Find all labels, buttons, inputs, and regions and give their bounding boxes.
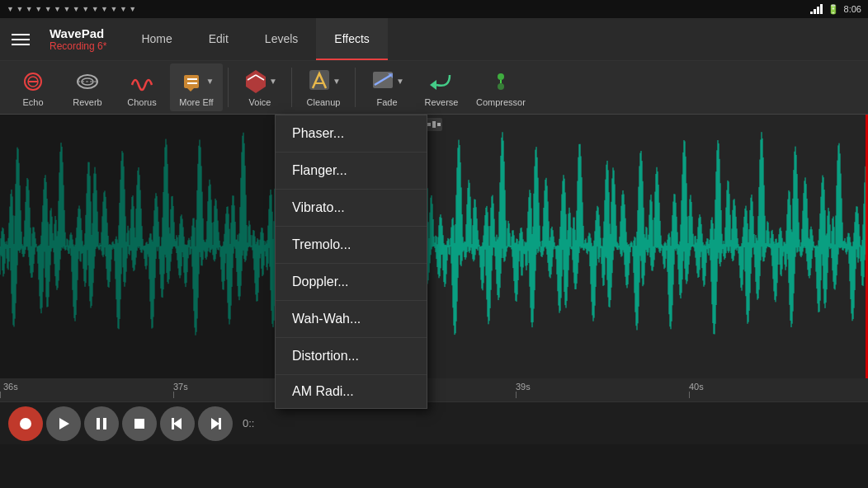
svg-rect-33	[219, 418, 221, 429]
voice-button[interactable]: ▼ Voice	[234, 63, 286, 111]
prev-button[interactable]	[160, 406, 195, 441]
chorus-icon	[129, 68, 155, 95]
svg-point-19	[498, 73, 504, 80]
tab-edit[interactable]: Edit	[191, 18, 247, 60]
compressor-button[interactable]: Compressor	[469, 63, 532, 111]
wifi-icon	[810, 4, 823, 14]
voice-icon	[243, 68, 269, 95]
svg-rect-29	[134, 419, 144, 429]
timeline-tick	[0, 392, 1, 398]
dropdown-item-tremolo[interactable]: Tremolo...	[276, 227, 427, 264]
compressor-icon	[488, 68, 514, 95]
battery-icon: 🔋	[828, 4, 839, 15]
svg-rect-28	[103, 418, 106, 429]
timeline-tick	[689, 392, 690, 398]
svg-marker-32	[211, 418, 219, 429]
timeline: 36s 37s 38s 39s 40s	[0, 378, 868, 401]
more-effects-dropdown: Phaser... Flanger... Vibrato... Tremolo.…	[275, 115, 427, 409]
stop-button[interactable]	[122, 406, 157, 441]
compressor-label: Compressor	[476, 97, 526, 107]
voice-arrow: ▼	[269, 77, 277, 86]
reverb-button[interactable]: Reverb	[61, 63, 114, 111]
time-display: 8:06	[844, 4, 861, 14]
dropdown-item-flanger[interactable]: Flanger...	[276, 152, 427, 190]
svg-rect-23	[432, 121, 436, 128]
echo-button[interactable]: Echo	[7, 63, 59, 111]
timeline-marker-40s: 40s	[689, 382, 704, 392]
dropdown-item-amradio[interactable]: AM Radi...	[276, 375, 427, 408]
hamburger-icon	[12, 34, 30, 45]
record-button[interactable]	[8, 406, 43, 441]
svg-rect-24	[437, 123, 441, 126]
reverb-label: Reverb	[73, 97, 101, 107]
timeline-marker-39s: 39s	[516, 382, 531, 392]
toolbar-divider-1	[228, 68, 229, 107]
svg-point-20	[498, 83, 504, 90]
tab-home[interactable]: Home	[123, 18, 190, 60]
waveform-area[interactable]	[0, 115, 868, 378]
fade-button[interactable]: ▼ Fade	[361, 63, 413, 111]
svg-rect-6	[184, 75, 199, 88]
waveform-indicator	[426, 118, 442, 131]
voice-label: Voice	[249, 97, 271, 107]
hamburger-menu[interactable]	[0, 18, 41, 61]
next-button[interactable]	[198, 406, 233, 441]
dropdown-item-wahwah[interactable]: Wah-Wah...	[276, 301, 427, 338]
timeline-tick	[516, 392, 517, 398]
cleanup-icon-row: ▼	[306, 68, 341, 95]
reverse-button[interactable]: Reverse	[415, 63, 468, 111]
svg-rect-31	[172, 418, 174, 429]
dropdown-item-vibrato[interactable]: Vibrato...	[276, 190, 427, 227]
echo-label: Echo	[22, 97, 43, 107]
reverse-label: Reverse	[425, 97, 459, 107]
nav-tabs: Home Edit Levels Effects	[123, 18, 388, 60]
dropdown-item-doppler[interactable]: Doppler...	[276, 264, 427, 301]
svg-marker-10	[246, 70, 266, 93]
more-effects-icon	[179, 68, 205, 95]
cleanup-icon	[306, 68, 333, 95]
svg-rect-22	[427, 123, 431, 126]
voice-icon-row: ▼	[243, 68, 277, 95]
more-effects-button[interactable]: ▼ More Eff	[170, 63, 223, 111]
more-effects-arrow: ▼	[206, 77, 215, 86]
toolbar: Echo Reverb Chorus	[0, 61, 868, 115]
svg-marker-26	[59, 418, 69, 429]
cleanup-button[interactable]: ▼ Cleanup	[297, 63, 350, 111]
toolbar-divider-2	[291, 68, 292, 107]
fade-label: Fade	[376, 97, 397, 107]
fade-arrow: ▼	[396, 77, 404, 86]
timeline-tick	[173, 392, 174, 398]
svg-point-25	[20, 418, 31, 429]
more-effects-label: More Eff	[179, 97, 213, 107]
app-name: WavePad	[50, 26, 106, 40]
more-effects-icon-row: ▼	[179, 68, 215, 95]
svg-marker-18	[430, 80, 436, 90]
status-bar-notifications: ▼ ▼ ▼ ▼ ▼ ▼ ▼ ▼ ▼ ▼ ▼ ▼ ▼ ▼	[7, 5, 136, 13]
waveform-canvas[interactable]	[0, 115, 868, 378]
svg-rect-27	[97, 418, 100, 429]
dropdown-item-phaser[interactable]: Phaser...	[276, 115, 427, 152]
playback-time: 0::	[243, 417, 254, 429]
reverb-icon	[74, 68, 101, 95]
cleanup-arrow: ▼	[333, 77, 341, 86]
status-bar: ▼ ▼ ▼ ▼ ▼ ▼ ▼ ▼ ▼ ▼ ▼ ▼ ▼ ▼ 🔋 8:06	[0, 0, 868, 18]
timeline-marker-37s: 37s	[173, 382, 188, 392]
svg-marker-30	[173, 418, 182, 429]
title-bar: WavePad Recording 6* Home Edit Levels Ef…	[0, 18, 868, 61]
recording-name: Recording 6*	[50, 40, 106, 52]
cleanup-label: Cleanup	[307, 97, 341, 107]
tab-effects[interactable]: Effects	[316, 18, 388, 60]
chorus-label: Chorus	[127, 97, 156, 107]
svg-marker-9	[187, 88, 194, 92]
chorus-button[interactable]: Chorus	[116, 63, 168, 111]
reverse-icon	[428, 68, 455, 95]
app-title: WavePad Recording 6*	[41, 26, 115, 52]
echo-icon	[20, 68, 46, 95]
play-button[interactable]	[46, 406, 81, 441]
pause-button[interactable]	[84, 406, 119, 441]
tab-levels[interactable]: Levels	[247, 18, 316, 60]
timeline-marker-36s: 36s	[3, 382, 18, 392]
fade-icon-row: ▼	[370, 68, 404, 95]
dropdown-item-distortion[interactable]: Distortion...	[276, 338, 427, 375]
status-bar-right: 🔋 8:06	[810, 4, 861, 15]
